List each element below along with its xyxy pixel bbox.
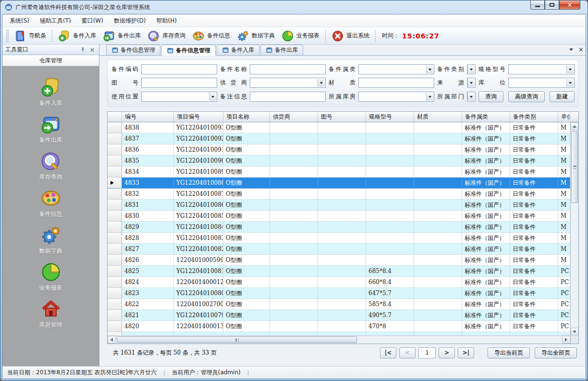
part-type-select[interactable]: [467, 64, 476, 74]
row-indicator[interactable]: [108, 233, 122, 244]
column-header-part-attr[interactable]: 备件属类: [462, 112, 510, 122]
row-indicator[interactable]: [108, 277, 122, 288]
menu-data-maintenance[interactable]: 数据维护(D): [109, 15, 151, 27]
close-button[interactable]: [559, 0, 580, 10]
horizontal-scroll-track[interactable]: [116, 336, 562, 344]
sidebar-item-stock-out[interactable]: 备件出库: [39, 114, 62, 144]
table-row[interactable]: 4821YG12204010079O型圈490*5.7标准件（国产）日常备件PC: [108, 310, 570, 321]
chevron-down-icon[interactable]: [209, 93, 216, 101]
table-row[interactable]: 4835YG12204010090O型圈标准件（国产）日常备件M: [108, 155, 570, 167]
prev-page-button[interactable]: <: [399, 347, 416, 358]
menu-aux-tools[interactable]: 辅助工具(T): [35, 15, 76, 27]
tab-stock-in[interactable]: 备件入库: [217, 45, 259, 55]
first-page-button[interactable]: |<: [380, 347, 396, 358]
table-row[interactable]: 4833YG12204010088O型圈标准件（国产）日常备件M: [108, 178, 570, 189]
chevron-down-icon[interactable]: [467, 93, 475, 101]
row-indicator[interactable]: [108, 310, 122, 321]
sidebar-item-report[interactable]: 业务报表: [39, 262, 62, 292]
scroll-down-button[interactable]: [571, 328, 578, 335]
scroll-left-button[interactable]: [108, 336, 116, 344]
stock-query-button[interactable]: 库存查询: [144, 28, 189, 44]
toolbar-grip[interactable]: [6, 30, 9, 42]
tab-close-button[interactable]: [577, 46, 585, 53]
table-row[interactable]: 4837YG12204010092O型圈标准件（国产）日常备件M: [108, 133, 570, 144]
table-row[interactable]: 4823YG12204010080O型圈647*5.7标准件（国产）日常备件PC: [108, 288, 570, 299]
scroll-right-button[interactable]: [562, 336, 570, 344]
part-code-input[interactable]: [141, 64, 217, 74]
column-header-unit[interactable]: 单位: [558, 112, 570, 122]
supplier-select[interactable]: [250, 78, 326, 88]
export-current-page-button[interactable]: 导出当前页: [488, 347, 530, 358]
column-header-material[interactable]: 材质: [414, 112, 462, 122]
row-indicator[interactable]: [108, 133, 122, 144]
column-header-figure-no[interactable]: 图号: [318, 112, 366, 122]
row-indicator[interactable]: [108, 144, 122, 155]
column-header-project-no[interactable]: 项目编号: [174, 112, 223, 122]
next-page-button[interactable]: >: [439, 347, 455, 358]
row-indicator[interactable]: [108, 244, 122, 255]
sidebar-group-header[interactable]: 仓库管理: [2, 55, 99, 66]
data-dict-button[interactable]: 数据字典: [233, 28, 278, 44]
column-header-project-name[interactable]: 项目名称: [223, 112, 270, 122]
row-indicator[interactable]: [108, 122, 122, 133]
horizontal-scroll-thumb[interactable]: [117, 336, 357, 343]
row-indicator[interactable]: [108, 189, 122, 200]
row-indicator[interactable]: [108, 167, 122, 178]
row-indicator[interactable]: [108, 200, 122, 211]
row-indicator[interactable]: [108, 332, 122, 335]
vertical-scroll-track[interactable]: [571, 130, 578, 328]
sidebar-item-stock-query[interactable]: 库存查询: [39, 151, 62, 181]
spec-select[interactable]: [508, 64, 575, 74]
stock-in-button[interactable]: 备件入库: [55, 28, 99, 44]
menu-window[interactable]: 窗口(W): [76, 15, 109, 27]
chevron-down-icon[interactable]: [318, 79, 325, 87]
chevron-down-icon[interactable]: [426, 65, 433, 73]
tab-parts-info-mgmt-2[interactable]: 备件信息管理: [161, 45, 216, 56]
tab-parts-info-mgmt-1[interactable]: 备件信息管理: [106, 45, 160, 55]
table-row[interactable]: 4829YG12204010084O型圈标准件（国产）日常备件M: [108, 222, 570, 233]
query-button[interactable]: 查询: [478, 91, 503, 102]
pin-button[interactable]: [79, 46, 86, 54]
export-all-pages-button[interactable]: 导出全部页: [535, 347, 577, 358]
row-indicator[interactable]: [108, 255, 122, 266]
menu-help[interactable]: 帮助(H): [151, 15, 182, 27]
remark-input[interactable]: [250, 92, 326, 102]
report-button[interactable]: 业务报表: [278, 28, 323, 44]
nav-bar-button[interactable]: 导航条: [11, 28, 49, 44]
maximize-button[interactable]: [545, 0, 559, 10]
warehouse-select[interactable]: [358, 92, 434, 102]
chevron-down-icon[interactable]: [467, 79, 475, 87]
sidebar-item-warehouse-mgmt[interactable]: 库房管理: [39, 298, 62, 329]
location-select[interactable]: [508, 78, 575, 88]
scroll-up-button[interactable]: [571, 122, 578, 130]
horizontal-scrollbar[interactable]: [108, 335, 570, 344]
table-row[interactable]: 4834YG12204010089O型圈标准件（国产）日常备件M: [108, 167, 570, 178]
chevron-down-icon[interactable]: [426, 93, 433, 101]
table-row[interactable]: [108, 332, 570, 335]
row-indicator[interactable]: [108, 211, 122, 222]
table-row[interactable]: 4828YG12204010083O型圈标准件（国产）日常备件M: [108, 233, 570, 244]
part-attr-select[interactable]: [358, 64, 434, 74]
stock-out-button[interactable]: 备件出库: [99, 28, 144, 44]
tab-stock-out[interactable]: 备件出库: [260, 45, 303, 55]
vertical-scrollbar[interactable]: [570, 122, 578, 335]
exit-button[interactable]: 退出系统: [328, 28, 373, 44]
minimize-button[interactable]: [530, 0, 545, 10]
row-indicator[interactable]: [108, 222, 122, 233]
sidebar-item-stock-in[interactable]: 备件入库: [39, 77, 62, 107]
row-indicator[interactable]: [108, 288, 122, 299]
column-header-no[interactable]: 编号: [122, 112, 174, 122]
row-indicator[interactable]: [108, 299, 122, 310]
sidebar-item-parts-info[interactable]: 备件信息: [39, 188, 62, 218]
department-select[interactable]: [467, 92, 476, 102]
material-input[interactable]: [358, 78, 434, 88]
column-header-supplier[interactable]: 供货商: [270, 112, 318, 122]
column-header-row-header[interactable]: [108, 112, 122, 122]
chevron-down-icon[interactable]: [467, 65, 475, 73]
table-row[interactable]: 4830YG12204010085O型圈标准件（国产）日常备件M: [108, 211, 570, 222]
table-row[interactable]: 48241220401400012O型圈660*8.4标准件（国产）日常备件PC: [108, 277, 570, 288]
chevron-down-icon[interactable]: [566, 79, 574, 87]
last-page-button[interactable]: >|: [458, 347, 474, 358]
new-button[interactable]: 新建: [550, 91, 575, 102]
page-number-input[interactable]: 1: [418, 347, 436, 358]
